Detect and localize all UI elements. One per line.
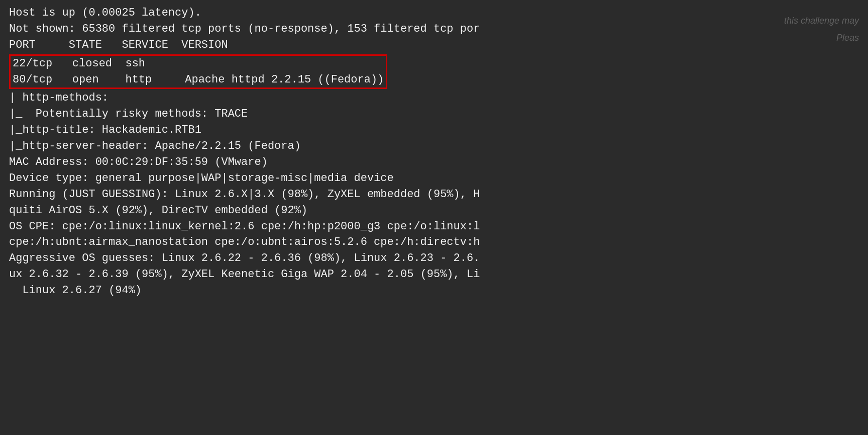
terminal-line-10: Device type: general purpose|WAP|storage… bbox=[9, 170, 859, 187]
terminal-line-4: 80/tcp open http Apache httpd 2.2.15 ((F… bbox=[13, 72, 384, 88]
terminal-line-7: |_http-title: Hackademic.RTB1 bbox=[9, 122, 859, 138]
terminal-line-6: |_ Potentially risky methods: TRACE bbox=[9, 106, 859, 122]
terminal-line-16: ux 2.6.32 - 2.6.39 (95%), ZyXEL Keenetic… bbox=[9, 267, 859, 283]
highlighted-ports-block: 22/tcp closed ssh 80/tcp open http Apach… bbox=[9, 54, 387, 90]
terminal-line-12: quiti AirOS 5.X (92%), DirecTV embedded … bbox=[9, 203, 859, 219]
terminal-line-13: OS CPE: cpe:/o:linux:linux_kernel:2.6 cp… bbox=[9, 219, 859, 235]
terminal-line-15: Aggressive OS guesses: Linux 2.6.22 - 2.… bbox=[9, 250, 859, 267]
terminal-line-14: cpe:/h:ubnt:airmax_nanostation cpe:/o:ub… bbox=[9, 234, 859, 250]
terminal-line-3: 22/tcp closed ssh bbox=[13, 56, 384, 72]
terminal-line-11: Running (JUST GUESSING): Linux 2.6.X|3.X… bbox=[9, 187, 859, 203]
terminal-line-5: | http-methods: bbox=[9, 90, 859, 106]
terminal-line-1: Not shown: 65380 filtered tcp ports (no-… bbox=[9, 21, 859, 37]
terminal-line-9: MAC Address: 00:0C:29:DF:35:59 (VMware) bbox=[9, 154, 859, 170]
terminal-line-2: PORT STATE SERVICE VERSION bbox=[9, 37, 859, 53]
terminal-output: Host is up (0.00025 latency). Not shown:… bbox=[0, 0, 868, 304]
terminal-line-17: Linux 2.6.27 (94%) bbox=[9, 283, 859, 299]
terminal-line-8: |_http-server-header: Apache/2.2.15 (Fed… bbox=[9, 138, 859, 154]
terminal-line-0: Host is up (0.00025 latency). bbox=[9, 5, 859, 21]
